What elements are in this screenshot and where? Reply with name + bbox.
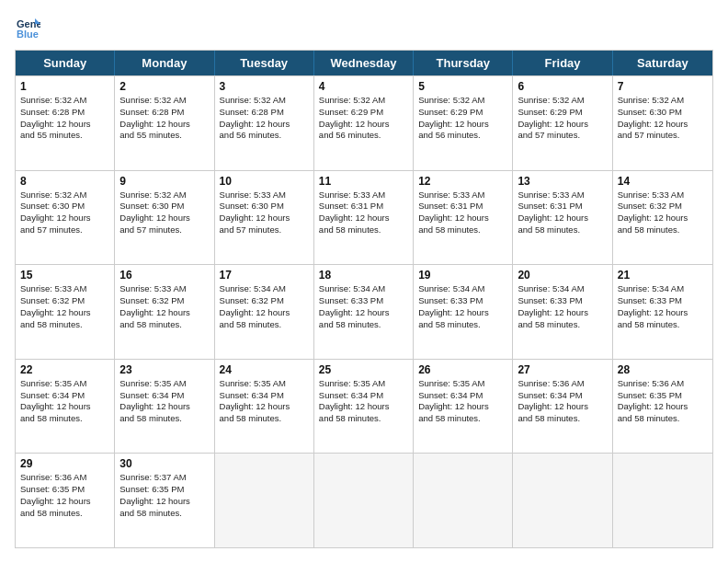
- cell-info: Sunrise: 5:35 AMSunset: 6:34 PMDaylight:…: [119, 378, 209, 425]
- day-number: 19: [418, 269, 507, 282]
- calendar-body: 1Sunrise: 5:32 AMSunset: 6:28 PMDaylight…: [16, 75, 712, 547]
- day-number: 13: [518, 175, 607, 188]
- day-cell-26: 26Sunrise: 5:35 AMSunset: 6:34 PMDayligh…: [414, 360, 513, 454]
- day-number: 21: [618, 269, 708, 282]
- day-number: 30: [119, 457, 209, 470]
- header-cell-thursday: Thursday: [414, 51, 513, 75]
- day-cell-12: 12Sunrise: 5:33 AMSunset: 6:31 PMDayligh…: [414, 171, 513, 265]
- cell-info: Sunrise: 5:32 AMSunset: 6:29 PMDaylight:…: [319, 95, 408, 142]
- day-number: 7: [618, 80, 708, 93]
- cell-info: Sunrise: 5:35 AMSunset: 6:34 PMDaylight:…: [220, 378, 309, 425]
- day-number: 29: [20, 457, 109, 470]
- cell-info: Sunrise: 5:35 AMSunset: 6:34 PMDaylight:…: [418, 378, 507, 425]
- day-number: 27: [518, 363, 607, 376]
- day-cell-9: 9Sunrise: 5:32 AMSunset: 6:30 PMDaylight…: [115, 171, 214, 265]
- cell-info: Sunrise: 5:33 AMSunset: 6:32 PMDaylight:…: [618, 190, 708, 236]
- header: General Blue: [15, 15, 713, 40]
- day-number: 28: [618, 363, 708, 376]
- day-number: 10: [220, 175, 309, 188]
- calendar-row-2: 8Sunrise: 5:32 AMSunset: 6:30 PMDaylight…: [16, 170, 712, 265]
- empty-cell-4-5: [513, 454, 612, 547]
- day-cell-13: 13Sunrise: 5:33 AMSunset: 6:31 PMDayligh…: [513, 171, 612, 265]
- day-number: 22: [20, 363, 109, 376]
- day-cell-7: 7Sunrise: 5:32 AMSunset: 6:30 PMDaylight…: [613, 76, 712, 170]
- empty-cell-4-4: [414, 454, 513, 547]
- day-cell-25: 25Sunrise: 5:35 AMSunset: 6:34 PMDayligh…: [314, 360, 414, 454]
- cell-info: Sunrise: 5:33 AMSunset: 6:32 PMDaylight:…: [119, 283, 209, 330]
- logo-icon: General Blue: [15, 15, 40, 40]
- day-cell-19: 19Sunrise: 5:34 AMSunset: 6:33 PMDayligh…: [414, 265, 513, 359]
- cell-info: Sunrise: 5:36 AMSunset: 6:35 PMDaylight:…: [20, 472, 109, 519]
- day-number: 11: [319, 175, 408, 188]
- day-cell-21: 21Sunrise: 5:34 AMSunset: 6:33 PMDayligh…: [613, 265, 712, 359]
- cell-info: Sunrise: 5:32 AMSunset: 6:28 PMDaylight:…: [20, 95, 109, 142]
- day-cell-15: 15Sunrise: 5:33 AMSunset: 6:32 PMDayligh…: [16, 265, 115, 359]
- cell-info: Sunrise: 5:34 AMSunset: 6:33 PMDaylight:…: [618, 283, 708, 330]
- day-cell-4: 4Sunrise: 5:32 AMSunset: 6:29 PMDaylight…: [314, 76, 414, 170]
- day-number: 16: [119, 269, 209, 282]
- header-cell-tuesday: Tuesday: [215, 51, 314, 75]
- day-cell-3: 3Sunrise: 5:32 AMSunset: 6:28 PMDaylight…: [215, 76, 314, 170]
- calendar: SundayMondayTuesdayWednesdayThursdayFrid…: [15, 50, 713, 548]
- day-number: 2: [119, 80, 209, 93]
- empty-cell-4-3: [314, 454, 414, 547]
- cell-info: Sunrise: 5:33 AMSunset: 6:31 PMDaylight:…: [518, 190, 607, 236]
- day-number: 6: [518, 80, 607, 93]
- cell-info: Sunrise: 5:33 AMSunset: 6:31 PMDaylight:…: [319, 190, 408, 236]
- day-number: 25: [319, 363, 408, 376]
- cell-info: Sunrise: 5:35 AMSunset: 6:34 PMDaylight:…: [20, 378, 109, 425]
- header-cell-saturday: Saturday: [613, 51, 712, 75]
- cell-info: Sunrise: 5:32 AMSunset: 6:28 PMDaylight:…: [119, 95, 209, 142]
- day-number: 12: [418, 175, 507, 188]
- day-cell-22: 22Sunrise: 5:35 AMSunset: 6:34 PMDayligh…: [16, 360, 115, 454]
- calendar-row-1: 1Sunrise: 5:32 AMSunset: 6:28 PMDaylight…: [16, 75, 712, 170]
- cell-info: Sunrise: 5:37 AMSunset: 6:35 PMDaylight:…: [119, 472, 209, 519]
- cell-info: Sunrise: 5:36 AMSunset: 6:34 PMDaylight:…: [518, 378, 607, 425]
- cell-info: Sunrise: 5:32 AMSunset: 6:30 PMDaylight:…: [618, 95, 708, 142]
- header-cell-sunday: Sunday: [16, 51, 115, 75]
- day-cell-16: 16Sunrise: 5:33 AMSunset: 6:32 PMDayligh…: [115, 265, 214, 359]
- cell-info: Sunrise: 5:34 AMSunset: 6:33 PMDaylight:…: [418, 283, 507, 330]
- day-cell-17: 17Sunrise: 5:34 AMSunset: 6:32 PMDayligh…: [215, 265, 314, 359]
- cell-info: Sunrise: 5:34 AMSunset: 6:33 PMDaylight:…: [518, 283, 607, 330]
- logo: General Blue: [15, 15, 44, 40]
- day-number: 18: [319, 269, 408, 282]
- day-number: 4: [319, 80, 408, 93]
- day-number: 24: [220, 363, 309, 376]
- day-cell-2: 2Sunrise: 5:32 AMSunset: 6:28 PMDaylight…: [115, 76, 214, 170]
- header-cell-friday: Friday: [513, 51, 612, 75]
- empty-cell-4-2: [215, 454, 314, 547]
- cell-info: Sunrise: 5:36 AMSunset: 6:35 PMDaylight:…: [618, 378, 708, 425]
- header-cell-wednesday: Wednesday: [314, 51, 414, 75]
- calendar-row-4: 22Sunrise: 5:35 AMSunset: 6:34 PMDayligh…: [16, 359, 712, 454]
- day-cell-1: 1Sunrise: 5:32 AMSunset: 6:28 PMDaylight…: [16, 76, 115, 170]
- calendar-row-3: 15Sunrise: 5:33 AMSunset: 6:32 PMDayligh…: [16, 264, 712, 359]
- day-number: 5: [418, 80, 507, 93]
- cell-info: Sunrise: 5:35 AMSunset: 6:34 PMDaylight:…: [319, 378, 408, 425]
- day-cell-11: 11Sunrise: 5:33 AMSunset: 6:31 PMDayligh…: [314, 171, 414, 265]
- day-number: 3: [220, 80, 309, 93]
- day-number: 9: [119, 175, 209, 188]
- page: General Blue SundayMondayTuesdayWednesda…: [0, 0, 728, 563]
- cell-info: Sunrise: 5:32 AMSunset: 6:30 PMDaylight:…: [119, 190, 209, 236]
- header-cell-monday: Monday: [115, 51, 214, 75]
- day-cell-8: 8Sunrise: 5:32 AMSunset: 6:30 PMDaylight…: [16, 171, 115, 265]
- calendar-row-5: 29Sunrise: 5:36 AMSunset: 6:35 PMDayligh…: [16, 453, 712, 547]
- day-cell-27: 27Sunrise: 5:36 AMSunset: 6:34 PMDayligh…: [513, 360, 612, 454]
- cell-info: Sunrise: 5:32 AMSunset: 6:29 PMDaylight:…: [518, 95, 607, 142]
- day-number: 1: [20, 80, 109, 93]
- day-cell-5: 5Sunrise: 5:32 AMSunset: 6:29 PMDaylight…: [414, 76, 513, 170]
- day-number: 26: [418, 363, 507, 376]
- day-cell-14: 14Sunrise: 5:33 AMSunset: 6:32 PMDayligh…: [613, 171, 712, 265]
- day-number: 23: [119, 363, 209, 376]
- day-cell-29: 29Sunrise: 5:36 AMSunset: 6:35 PMDayligh…: [16, 454, 115, 547]
- day-cell-20: 20Sunrise: 5:34 AMSunset: 6:33 PMDayligh…: [513, 265, 612, 359]
- day-number: 17: [220, 269, 309, 282]
- day-number: 15: [20, 269, 109, 282]
- day-cell-10: 10Sunrise: 5:33 AMSunset: 6:30 PMDayligh…: [215, 171, 314, 265]
- calendar-header: SundayMondayTuesdayWednesdayThursdayFrid…: [16, 51, 712, 75]
- cell-info: Sunrise: 5:33 AMSunset: 6:30 PMDaylight:…: [220, 190, 309, 236]
- day-cell-28: 28Sunrise: 5:36 AMSunset: 6:35 PMDayligh…: [613, 360, 712, 454]
- day-cell-18: 18Sunrise: 5:34 AMSunset: 6:33 PMDayligh…: [314, 265, 414, 359]
- cell-info: Sunrise: 5:34 AMSunset: 6:33 PMDaylight:…: [319, 283, 408, 330]
